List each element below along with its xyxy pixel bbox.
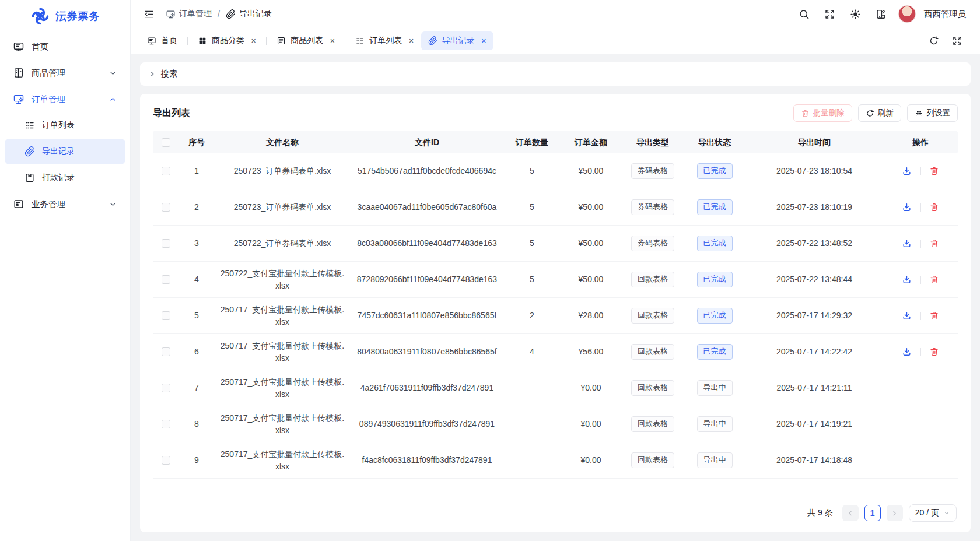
- sidebar-item-order-list[interactable]: 订单列表: [5, 113, 125, 138]
- column-settings-button[interactable]: 列设置: [907, 104, 958, 122]
- column-header-fileid: 文件ID: [350, 133, 504, 152]
- row-checkbox[interactable]: [162, 384, 170, 392]
- row-checkbox[interactable]: [162, 347, 170, 356]
- status-badge: 已完成: [697, 236, 733, 251]
- trash-icon: [929, 202, 939, 212]
- page-size-select[interactable]: 20 / 页: [909, 504, 957, 522]
- row-index: 4: [178, 270, 215, 289]
- tab-export-records[interactable]: 导出记录 ✕: [421, 31, 494, 50]
- close-icon[interactable]: ✕: [408, 38, 414, 44]
- breadcrumb-current[interactable]: 导出记录: [226, 9, 272, 19]
- row-checkbox[interactable]: [162, 167, 170, 175]
- row-status: 已完成: [684, 196, 746, 218]
- batch-delete-button[interactable]: 批量删除: [793, 104, 852, 122]
- sidebar-item-product-management[interactable]: 商品管理: [5, 60, 125, 86]
- row-quantity: 2: [504, 306, 560, 325]
- sidebar-item-order-management[interactable]: 订单管理: [5, 86, 125, 112]
- search-collapse-panel[interactable]: 搜索: [140, 62, 971, 86]
- delete-button[interactable]: [927, 164, 942, 179]
- sidebar-item-business-management[interactable]: 业务管理: [5, 191, 125, 217]
- page-number-button[interactable]: 1: [864, 505, 881, 521]
- column-header-index: 序号: [178, 133, 215, 152]
- select-all-checkbox[interactable]: [162, 138, 170, 147]
- download-button[interactable]: [900, 164, 915, 179]
- row-type: 回款表格: [622, 377, 684, 399]
- row-checkbox[interactable]: [162, 275, 170, 284]
- download-button[interactable]: [900, 200, 915, 215]
- close-icon[interactable]: ✕: [481, 38, 487, 44]
- row-file-name: 250723_订单券码表单.xlsx: [215, 198, 350, 217]
- download-button[interactable]: [900, 345, 915, 360]
- row-checkbox[interactable]: [162, 239, 170, 248]
- sidebar-collapse-button[interactable]: [140, 5, 158, 23]
- row-actions: [883, 305, 958, 327]
- delete-button[interactable]: [927, 345, 942, 360]
- sidebar: 沄券票务 首页 商品管理 订单管理 订单列表 导: [0, 0, 131, 541]
- row-amount: ¥50.00: [560, 161, 622, 181]
- row-time: 2025-07-22 13:48:44: [746, 270, 883, 289]
- export-type-badge: 券码表格: [631, 199, 674, 215]
- book-icon: [24, 173, 35, 183]
- actions-divider: [921, 276, 921, 284]
- download-button[interactable]: [900, 308, 915, 324]
- row-checkbox[interactable]: [162, 311, 170, 320]
- delete-button[interactable]: [927, 308, 942, 324]
- status-badge: 导出中: [697, 452, 733, 468]
- row-actions: [883, 160, 958, 182]
- breadcrumb-parent[interactable]: 订单管理: [166, 9, 212, 19]
- search-button[interactable]: [796, 5, 813, 23]
- row-time: 2025-07-17 14:19:21: [746, 414, 883, 434]
- appearance-settings-button[interactable]: [873, 5, 890, 23]
- download-button[interactable]: [900, 272, 915, 287]
- sidebar-item-home[interactable]: 首页: [5, 34, 125, 59]
- content-fullscreen-button[interactable]: [949, 32, 966, 50]
- row-status: 导出中: [684, 377, 746, 399]
- delete-button[interactable]: [927, 272, 942, 287]
- actions-divider: [921, 240, 921, 248]
- user-avatar[interactable]: [898, 5, 916, 23]
- row-type: 回款表格: [622, 413, 684, 435]
- sidebar-item-label: 导出记录: [42, 146, 75, 157]
- close-icon[interactable]: ✕: [251, 38, 256, 44]
- trash-icon: [929, 166, 939, 176]
- close-icon[interactable]: ✕: [330, 38, 335, 44]
- tab-product-category[interactable]: 商品分类 ✕: [191, 31, 263, 50]
- sidebar-item-export-records[interactable]: 导出记录: [5, 139, 125, 164]
- fullscreen-button[interactable]: [821, 5, 839, 23]
- row-checkbox[interactable]: [162, 456, 170, 465]
- tab-bar: 首页 商品分类 ✕ 商品列表 ✕ 订单列表 ✕ 导出记录: [131, 28, 980, 54]
- theme-toggle-button[interactable]: [847, 5, 864, 23]
- pagination: 共 9 条 1 20 / 页: [153, 496, 958, 523]
- table-row: 7 250717_支付宝批量付款上传模板.xlsx 4a261f70631911…: [153, 370, 958, 406]
- row-checkbox[interactable]: [162, 203, 170, 212]
- breadcrumb: 订单管理 / 导出记录: [166, 9, 272, 19]
- export-type-badge: 回款表格: [631, 344, 674, 359]
- refresh-button[interactable]: 刷新: [858, 104, 901, 122]
- row-checkbox[interactable]: [162, 420, 170, 428]
- next-page-button[interactable]: [887, 505, 903, 521]
- monitor-icon: [147, 36, 156, 45]
- row-status: 已完成: [684, 232, 746, 254]
- row-quantity: 5: [504, 161, 560, 181]
- download-button[interactable]: [900, 236, 915, 251]
- row-actions: [883, 196, 958, 219]
- tab-order-list[interactable]: 订单列表 ✕: [348, 31, 421, 50]
- download-icon: [902, 311, 912, 321]
- tab-home[interactable]: 首页: [140, 31, 184, 50]
- row-index: 6: [178, 342, 215, 361]
- content-area: 搜索 导出列表 批量删除 刷新: [131, 54, 980, 541]
- search-panel-label: 搜索: [161, 69, 177, 79]
- row-quantity: 5: [504, 234, 560, 253]
- row-type: 回款表格: [622, 304, 684, 326]
- order-icon: [13, 93, 24, 105]
- delete-button[interactable]: [927, 236, 942, 251]
- delete-button[interactable]: [927, 200, 942, 215]
- previous-page-button[interactable]: [842, 505, 859, 521]
- row-amount: ¥50.00: [560, 270, 622, 289]
- reload-tab-button[interactable]: [925, 32, 943, 50]
- sidebar-item-payment-records[interactable]: 打款记录: [5, 165, 125, 191]
- tab-product-list[interactable]: 商品列表 ✕: [270, 31, 342, 50]
- user-name[interactable]: 西西管理员: [924, 9, 967, 20]
- main-area: 订单管理 / 导出记录 西西管理员 首页: [131, 0, 980, 541]
- app-logo[interactable]: 沄券票务: [0, 0, 130, 33]
